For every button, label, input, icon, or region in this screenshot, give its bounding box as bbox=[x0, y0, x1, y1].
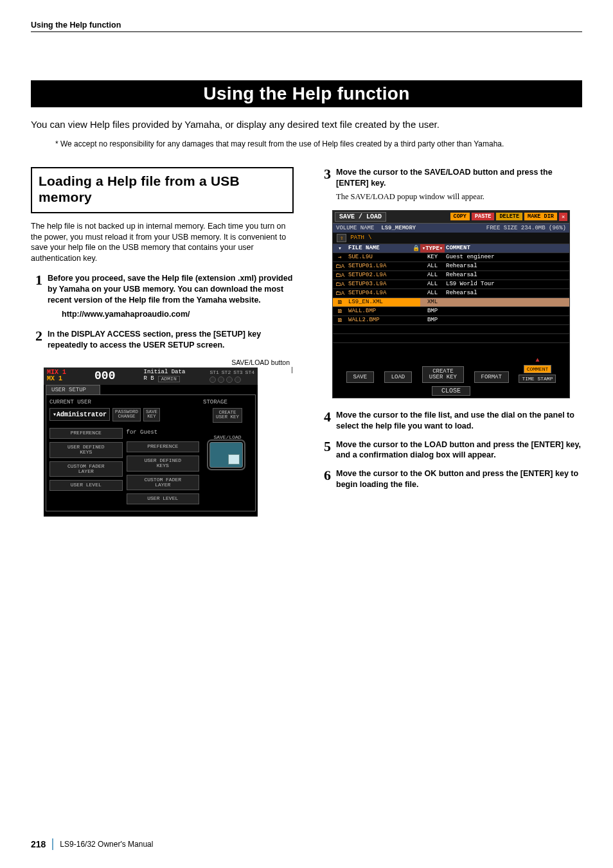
save-key-button[interactable]: SAVE KEY bbox=[143, 408, 160, 422]
page-number: 218 bbox=[31, 839, 46, 849]
custom-fader-layer-guest-button[interactable]: CUSTOM FADER LAYER bbox=[127, 475, 200, 491]
step-number: 4 bbox=[319, 410, 331, 432]
create-user-key-button[interactable]: CREATE USER KEY bbox=[422, 366, 464, 383]
step-text: Move the cursor to the LOAD button and p… bbox=[336, 439, 582, 461]
preference-button[interactable]: PREFERENCE bbox=[49, 428, 123, 438]
user-setup-tab[interactable]: USER SETUP bbox=[46, 385, 100, 394]
st-indicator-icon bbox=[235, 376, 241, 383]
figure-label-text: SAVE/LOAD button bbox=[231, 359, 290, 366]
left-column: Loading a Help file from a USB memory Th… bbox=[31, 167, 294, 517]
popup-title: SAVE / LOAD bbox=[335, 212, 386, 222]
lock-cell bbox=[411, 253, 420, 261]
header-type[interactable]: ▾TYPE▾ bbox=[420, 244, 445, 252]
format-button[interactable]: FORMAT bbox=[474, 371, 509, 383]
mx-label: MX 1 bbox=[47, 376, 66, 383]
file-row[interactable]: 🗀ASETUP04.L9AALLRehearsal bbox=[333, 288, 569, 297]
custom-fader-layer-button[interactable]: CUSTOM FADER LAYER bbox=[49, 461, 123, 477]
callout-leader-line bbox=[292, 367, 292, 373]
step-text: Before you proceed, save the Help file (… bbox=[48, 273, 294, 306]
close-icon[interactable]: ✕ bbox=[559, 213, 567, 221]
makedir-button[interactable]: MAKE DIR bbox=[524, 213, 557, 220]
load-button[interactable]: LOAD bbox=[384, 371, 413, 383]
step-1: 1 Before you proceed, save the Help file… bbox=[31, 273, 294, 306]
figure-callout-label: SAVE/LOAD button bbox=[31, 359, 294, 366]
saveload-button[interactable] bbox=[209, 442, 243, 468]
file-row[interactable]: ⊸SUE.L9UKEYGuest engineer bbox=[333, 252, 569, 261]
saveload-popup-screenshot: SAVE / LOAD COPY PASTE DELETE MAKE DIR ✕… bbox=[332, 210, 570, 398]
saveload-label: SAVE/LOAD bbox=[209, 434, 245, 440]
file-name: LS9_EN.XML bbox=[347, 298, 411, 306]
timestamp-tab[interactable]: TIME STAMP bbox=[519, 375, 556, 383]
comment-cell bbox=[445, 298, 569, 306]
step-number: 1 bbox=[31, 273, 42, 306]
type-cell: KEY bbox=[420, 253, 445, 261]
file-name: WALL2.BMP bbox=[347, 316, 411, 324]
password-change-button[interactable]: PASSWORD CHANGE bbox=[112, 408, 141, 422]
file-row[interactable]: 🗎LS9_EN.XMLXML bbox=[333, 297, 569, 306]
file-row[interactable]: 🗎WALL.BMPBMP bbox=[333, 306, 569, 315]
preference-guest-button[interactable]: PREFERENCE bbox=[127, 441, 200, 452]
file-name: SETUP03.L9A bbox=[347, 280, 411, 288]
file-row[interactable]: 🗎WALL2.BMPBMP bbox=[333, 315, 569, 324]
comment-cell: Rehearsal bbox=[445, 262, 569, 270]
lock-cell bbox=[411, 307, 420, 315]
file-row[interactable]: 🗀ASETUP02.L9AALLRehearsal bbox=[333, 270, 569, 279]
lock-cell bbox=[411, 316, 420, 324]
help-url: http://www.yamahaproaudio.com/ bbox=[62, 310, 294, 319]
user-defined-keys-button[interactable]: USER DEFINED KEYS bbox=[49, 442, 123, 458]
user-defined-keys-guest-button[interactable]: USER DEFINED KEYS bbox=[127, 456, 200, 472]
st4-label: ST4 bbox=[245, 369, 254, 375]
save-button[interactable]: SAVE bbox=[346, 371, 375, 383]
step-number: 6 bbox=[319, 468, 331, 490]
user-level-guest-button[interactable]: USER LEVEL bbox=[127, 493, 200, 504]
type-cell: XML bbox=[420, 298, 445, 306]
step-5: 5 Move the cursor to the LOAD button and… bbox=[319, 439, 582, 461]
page-title: Using the Help function bbox=[31, 80, 582, 107]
file-type-icon: 🗎 bbox=[333, 307, 347, 315]
step-6: 6 Move the cursor to the OK button and p… bbox=[319, 468, 582, 490]
comment-cell bbox=[445, 307, 569, 315]
step-number: 3 bbox=[319, 167, 331, 202]
step-3: 3 Move the cursor to the SAVE/LOAD butto… bbox=[319, 167, 582, 202]
arrow-icon: ▲ bbox=[535, 357, 539, 364]
type-cell: ALL bbox=[420, 289, 445, 297]
step-text: Move the cursor to the SAVE/LOAD button … bbox=[336, 167, 582, 202]
delete-button[interactable]: DELETE bbox=[496, 213, 522, 220]
section-heading: Loading a Help file from a USB memory bbox=[39, 173, 286, 206]
file-name: WALL.BMP bbox=[347, 307, 411, 315]
step-text: In the DISPLAY ACCESS section, press the… bbox=[48, 329, 294, 351]
paste-button[interactable]: PASTE bbox=[472, 213, 495, 220]
header-filename[interactable]: FILE NAME bbox=[347, 244, 411, 252]
file-row[interactable]: 🗀ASETUP01.L9AALLRehearsal bbox=[333, 261, 569, 270]
lock-cell bbox=[411, 289, 420, 297]
comment-cell: Rehearsal bbox=[445, 289, 569, 297]
type-cell: ALL bbox=[420, 271, 445, 279]
comment-cell bbox=[445, 316, 569, 324]
up-directory-button[interactable]: ⇧ bbox=[337, 234, 346, 242]
comment-cell: Rehearsal bbox=[445, 271, 569, 279]
file-type-icon: 🗀A bbox=[333, 280, 347, 288]
scene-number: 000 bbox=[94, 369, 115, 382]
close-button[interactable]: CLOSE bbox=[432, 386, 470, 396]
header-comment[interactable]: COMMENT bbox=[445, 244, 569, 252]
file-row[interactable]: 🗀ASETUP03.L9AALLLS9 World Tour bbox=[333, 279, 569, 288]
step-subtext: The SAVE/LOAD popup window will appear. bbox=[336, 191, 582, 202]
st2-label: ST2 bbox=[222, 369, 231, 375]
comment-cell: LS9 World Tour bbox=[445, 280, 569, 288]
free-size: FREE SIZE 234.0MB (96%) bbox=[486, 225, 566, 231]
file-name: SUE.L9U bbox=[347, 253, 411, 261]
type-cell: ALL bbox=[420, 280, 445, 288]
lock-cell bbox=[411, 298, 420, 306]
create-user-key-button[interactable]: CREATE USER KEY bbox=[213, 408, 242, 423]
copy-button[interactable]: COPY bbox=[450, 213, 470, 220]
page-footer: 218 LS9-16/32 Owner's Manual bbox=[31, 838, 153, 850]
current-user-label: CURRENT USER bbox=[49, 399, 199, 405]
file-list[interactable]: ⊸SUE.L9UKEYGuest engineer🗀ASETUP01.L9AAL… bbox=[333, 252, 569, 324]
administrator-selector[interactable]: ▾Administrator bbox=[49, 408, 110, 421]
lock-icon: 🔒 bbox=[411, 244, 420, 252]
user-level-button[interactable]: USER LEVEL bbox=[49, 480, 123, 490]
disclaimer-paragraph: * We accept no responsibility for any da… bbox=[55, 139, 582, 149]
file-name: SETUP01.L9A bbox=[347, 262, 411, 270]
type-cell: BMP bbox=[420, 307, 445, 315]
comment-tab[interactable]: COMMENT bbox=[524, 365, 552, 373]
